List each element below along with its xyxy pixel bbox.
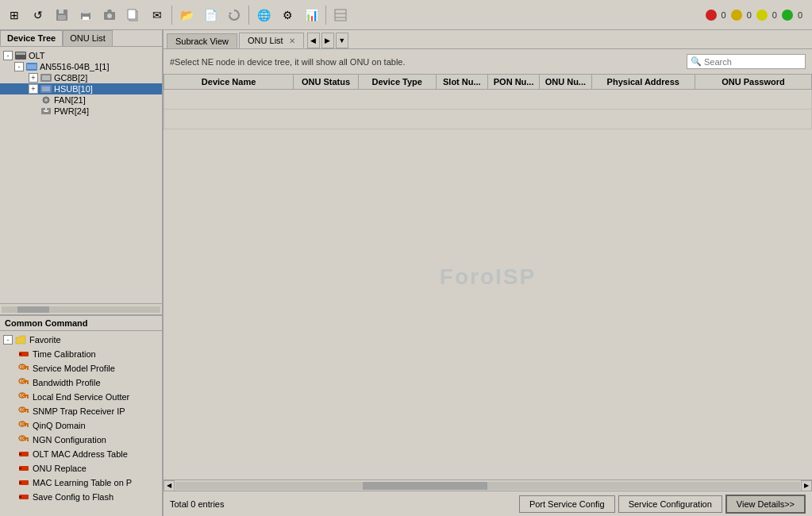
content-area: #Select NE node in device tree, it will … [164,49,812,516]
cmd-node-2[interactable]: Bandwidth Profile [0,375,162,390]
cmd-node-0[interactable]: Time Calibration [0,347,162,361]
toolbar-btn-doc[interactable]: 📄 [199,4,221,26]
col-device-type[interactable]: Device Type [358,75,436,90]
svg-point-55 [21,437,24,440]
tab-nav-right[interactable]: ▶ [321,33,334,48]
col-onu-num[interactable]: ONU Nu... [540,75,591,90]
tree-label-fan: FAN[21] [54,95,86,105]
expander-an5516[interactable]: - [14,62,24,71]
col-pon-num-label: PON Nu... [494,77,534,87]
traffic-label-red: 0 [722,10,726,20]
col-physical-addr[interactable]: Physical Address [591,75,695,90]
common-command-title: Common Command [5,318,88,328]
tree-node-gc8b[interactable]: + GC8B[2] [0,72,162,83]
toolbar-btn-print[interactable] [75,4,97,26]
icon-an5516 [25,62,38,71]
table-body [164,90,812,129]
tab-onu-list-left[interactable]: ONU List [63,30,113,46]
cmd-label-1: Service Model Profile [33,364,115,373]
col-physical-addr-label: Physical Address [607,77,679,87]
toolbar-sep-3 [325,6,326,25]
port-service-config-btn[interactable]: Port Service Config [519,495,615,513]
tab-device-tree[interactable]: Device Tree [0,30,63,46]
toolbar-btn-open[interactable]: 📂 [175,4,198,26]
tree-label-olt: OLT [29,51,45,60]
icon-favorite-folder [14,334,27,345]
toolbar-btn-globe[interactable]: 🌐 [252,4,275,26]
tree-node-an5516[interactable]: - AN5516-04B_1[1] [0,61,162,72]
toolbar-sep-2 [248,6,249,25]
cmd-icon-7 [17,449,30,460]
toolbar-btn-gear[interactable]: ⚙ [276,4,298,26]
left-panel: Device Tree ONU List - OLT - [0,30,164,516]
scroll-left-btn[interactable]: ◀ [164,480,175,491]
toolbar-btn-refresh[interactable]: ↺ [27,4,49,26]
toolbar-btn-misc[interactable] [329,4,352,26]
expander-hsub[interactable]: + [29,84,38,94]
cmd-node-5[interactable]: QinQ Domain [0,418,162,433]
bottom-bar: Total 0 entries Port Service Config Serv… [164,491,812,516]
cmd-node-7[interactable]: OLT MAC Address Table [0,447,162,461]
tab-subrack-view[interactable]: Subrack View [167,33,237,48]
toolbar-btn-new[interactable]: ⊞ [3,4,25,26]
watermark: ForoISP [440,264,536,290]
expander-favorite[interactable]: - [3,335,13,345]
search-icon: 🔍 [691,56,702,67]
cmd-label-6: NGN Configuration [33,435,106,445]
svg-rect-41 [24,395,29,396]
svg-rect-22 [42,87,50,91]
cmd-icon-3 [17,391,30,402]
search-input[interactable] [704,57,799,67]
tab-close-btn[interactable]: ✕ [289,37,295,45]
tab-onu-list[interactable]: ONU List ✕ [239,33,304,48]
col-slot-num[interactable]: Slot Nu... [436,75,487,90]
toolbar-btn-copy[interactable] [122,4,144,26]
cmd-node-3[interactable]: Local End Service Outter [0,390,162,404]
col-onu-status[interactable]: ONU Status [294,75,359,90]
cmd-label-10: Save Config to Flash [33,492,114,502]
toolbar-btn-reload[interactable] [223,4,245,26]
tree-label-an5516: AN5516-04B_1[1] [40,62,109,71]
traffic-label-orange: 0 [747,10,752,20]
cmd-node-9[interactable]: MAC Learning Table on P [0,476,162,490]
svg-rect-31 [24,366,29,368]
tree-node-root[interactable]: - OLT [0,50,162,61]
toolbar-btn-chart[interactable]: 📊 [300,4,322,26]
cmd-node-1[interactable]: Service Model Profile [0,361,162,375]
cmd-node-favorite[interactable]: - Favorite [0,333,162,347]
svg-rect-42 [27,396,29,399]
col-pon-num[interactable]: PON Nu... [487,75,539,90]
service-configuration-btn[interactable]: Service Configuration [618,495,722,513]
svg-rect-10 [128,10,136,19]
svg-rect-20 [42,75,50,80]
tab-nav-menu[interactable]: ▼ [336,33,348,48]
table-row [164,90,812,110]
cmd-icon-1 [17,363,30,374]
toolbar-btn-save[interactable] [51,4,73,26]
cmd-node-10[interactable]: Save Config to Flash [0,490,162,504]
svg-rect-46 [24,409,29,410]
col-onu-password-label: ONU Password [722,77,784,87]
tree-node-pwr[interactable]: PWR[24] [0,106,162,117]
tree-node-hsub[interactable]: + HSUB[10] [0,83,162,94]
toolbar-btn-camera[interactable] [98,4,121,26]
cmd-node-4[interactable]: SNMP Trap Receiver IP [0,404,162,418]
svg-rect-47 [27,410,29,413]
tab-nav-left[interactable]: ◀ [307,33,320,48]
device-tree-scrollbar [0,303,162,314]
svg-marker-8 [107,10,112,12]
common-command-content: - Favorite Time CalibrationService Model… [0,331,162,516]
expander-gc8b[interactable]: + [29,73,38,83]
scroll-track[interactable] [175,482,800,490]
col-device-name[interactable]: Device Name [164,75,294,90]
view-details-btn[interactable]: View Details>> [725,495,806,514]
tree-node-fan[interactable]: FAN[21] [0,94,162,106]
col-onu-password[interactable]: ONU Password [695,75,812,90]
device-tree-tabs: Device Tree ONU List [0,30,162,47]
cmd-node-8[interactable]: ONU Replace [0,461,162,476]
svg-rect-32 [27,368,29,370]
cmd-node-6[interactable]: NGN Configuration [0,433,162,447]
toolbar-btn-email[interactable]: ✉ [146,4,168,26]
expander-root[interactable]: - [3,51,13,60]
scroll-right-btn[interactable]: ▶ [801,480,812,491]
